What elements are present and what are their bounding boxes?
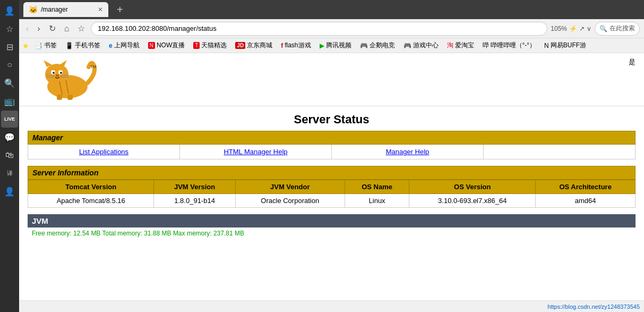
search-area[interactable]: 🔍 在此搜索	[595, 22, 640, 36]
history-icon[interactable]: ○	[1, 56, 18, 73]
bookmark-shujian[interactable]: 📑 书签	[31, 40, 60, 51]
forward-button[interactable]: ›	[35, 23, 42, 35]
cell-os-arch: amd64	[536, 194, 636, 208]
svg-text:TM: TM	[90, 64, 97, 69]
bookmark-now[interactable]: N NOW直播	[145, 40, 188, 51]
page-title: Server Status	[19, 106, 644, 131]
bookmark-netease[interactable]: N 网易BUFF游	[541, 40, 589, 51]
collection-icon[interactable]: ⊟	[1, 38, 18, 55]
manager-links-row: List Applications HTML Manager Help Mana…	[28, 145, 636, 159]
jvm-section: JVM Free memory: 12.54 MB Total memory: …	[28, 214, 636, 239]
bookmark-tmall[interactable]: T 天猫精选	[190, 40, 230, 51]
zoom-level: 105% ⚡ ↗ ∨	[551, 25, 591, 32]
game-icon: 🎮	[403, 42, 411, 49]
manager-link-list-apps[interactable]: List Applications	[28, 145, 180, 159]
chat-icon[interactable]: 💬	[1, 129, 18, 146]
bookmarks-star-icon: ★	[22, 41, 29, 50]
col-jvm-vendor: JVM Vendor	[235, 180, 345, 194]
now-icon: N	[148, 42, 155, 49]
netease-icon: N	[544, 42, 549, 49]
search-engine-icon: 🔍	[599, 25, 607, 32]
translate-icon[interactable]: 译	[1, 165, 18, 182]
server-info-header: Server Information	[28, 166, 636, 180]
browser-tab[interactable]: 🐱 /manager ✕	[23, 2, 108, 17]
svg-point-7	[60, 72, 62, 74]
manager-section: Manager List Applications HTML Manager H…	[28, 131, 636, 159]
search-placeholder: 在此搜索	[609, 24, 635, 33]
star-icon[interactable]: ☆	[1, 20, 18, 37]
bookmark-bilibili[interactable]: 哔 哔哩哔哩（°-°）	[479, 40, 539, 51]
tab-favicon: 🐱	[29, 5, 38, 14]
status-url: https://blog.csdn.net/zy1248373545	[547, 303, 640, 310]
search-icon[interactable]: 🔍	[1, 74, 18, 91]
chevron-down-icon[interactable]: ∨	[587, 25, 591, 32]
tomcat-logo: TM	[28, 57, 102, 102]
home-button[interactable]: ⌂	[62, 23, 72, 35]
tmall-icon: T	[193, 42, 200, 49]
svg-rect-13	[57, 95, 62, 100]
svg-point-1	[45, 64, 68, 85]
col-os-name: OS Name	[345, 180, 409, 194]
cell-os-version: 3.10.0-693.el7.x86_64	[409, 194, 536, 208]
bookmark-tencent-video[interactable]: ▶ 腾讯视频	[316, 40, 355, 51]
refresh-button[interactable]: ↻	[46, 22, 58, 35]
manager-link-empty	[484, 145, 635, 159]
bookmark-esports[interactable]: 🎮 企鹅电竞	[357, 40, 398, 51]
jvm-memory-info: Free memory: 12.54 MB Total memory: 31.8…	[28, 227, 636, 239]
manager-link-help[interactable]: Manager Help	[332, 145, 484, 159]
manager-help-link[interactable]: Manager Help	[386, 148, 430, 156]
sidebar: 👤 ☆ ⊟ ○ 🔍 📺 LIVE 💬 🛍 译 👤	[0, 0, 19, 312]
shujian-icon: 📑	[35, 42, 42, 49]
address-bar[interactable]	[91, 22, 547, 36]
list-applications-link[interactable]: List Applications	[79, 148, 128, 156]
status-bar: https://blog.csdn.net/zy1248373545	[19, 300, 644, 312]
tv-icon[interactable]: 📺	[1, 92, 18, 109]
cell-os-name: Linux	[345, 194, 409, 208]
col-os-version: OS Version	[409, 180, 536, 194]
jvm-section-header: JVM	[28, 214, 636, 227]
bolt-icon: ⚡	[569, 25, 577, 32]
flash-icon: f	[281, 42, 283, 49]
cell-jvm-version: 1.8.0_91-b14	[154, 194, 235, 208]
bookmark-taobao[interactable]: 淘 爱淘宝	[444, 40, 477, 51]
tomcat-logo-svg: TM	[28, 57, 102, 100]
content-wrapper: Manager List Applications HTML Manager H…	[19, 131, 644, 244]
zoom-percent: 105%	[551, 25, 567, 32]
bilibili-icon: 哔	[483, 41, 489, 50]
mobile-icon: 📱	[65, 42, 73, 49]
jd-icon: JD	[235, 42, 245, 49]
title-bar: 🐱 /manager ✕ +	[19, 0, 644, 19]
svg-rect-14	[67, 95, 73, 100]
new-tab-button[interactable]: +	[113, 4, 127, 16]
profile-icon[interactable]: 👤	[1, 2, 18, 19]
col-jvm-version: JVM Version	[154, 180, 235, 194]
share-icon[interactable]: ↗	[579, 25, 585, 32]
live-icon[interactable]: LIVE	[1, 111, 18, 128]
bag-icon[interactable]: 🛍	[1, 147, 18, 164]
bookmark-star-button[interactable]: ☆	[75, 22, 88, 35]
manager-section-header: Manager	[28, 131, 636, 145]
bookmark-flash[interactable]: f flash游戏	[278, 40, 314, 51]
is-text: 是	[629, 57, 636, 67]
page-content: TM 是 Server Status Manager List Applicat…	[19, 53, 644, 300]
manager-link-html-help[interactable]: HTML Manager Help	[180, 145, 332, 159]
bookmark-game-center[interactable]: 🎮 游戏中心	[400, 40, 442, 51]
browser-window: 🐱 /manager ✕ + ‹ › ↻ ⌂ ☆ 105% ⚡ ↗ ∨ 🔍 在此…	[19, 0, 644, 312]
bookmarks-bar: ★ 📑 书签 📱 手机书签 e 上网导航 N NOW直播 T 天猫精选 JD 京…	[19, 38, 644, 53]
user2-icon[interactable]: 👤	[1, 183, 18, 200]
e-icon: e	[109, 42, 113, 49]
bookmark-jd[interactable]: JD 京东商城	[232, 40, 276, 51]
col-tomcat-version: Tomcat Version	[28, 180, 154, 194]
back-button[interactable]: ‹	[23, 23, 31, 35]
tencent-video-icon: ▶	[320, 42, 324, 49]
tab-close-button[interactable]: ✕	[98, 6, 103, 13]
server-info-section: Server Information Tomcat Version JVM Ve…	[28, 166, 636, 208]
html-manager-help-link[interactable]: HTML Manager Help	[224, 148, 287, 156]
table-row: Apache Tomcat/8.5.16 1.8.0_91-b14 Oracle…	[28, 194, 636, 208]
cell-jvm-vendor: Oracle Corporation	[235, 194, 345, 208]
nav-bar: ‹ › ↻ ⌂ ☆ 105% ⚡ ↗ ∨ 🔍 在此搜索	[19, 19, 644, 38]
esports-icon: 🎮	[360, 42, 368, 49]
bookmark-mobile[interactable]: 📱 手机书签	[62, 40, 104, 51]
bookmark-navigation[interactable]: e 上网导航	[106, 40, 143, 51]
server-info-table: Tomcat Version JVM Version JVM Vendor OS…	[28, 180, 636, 208]
